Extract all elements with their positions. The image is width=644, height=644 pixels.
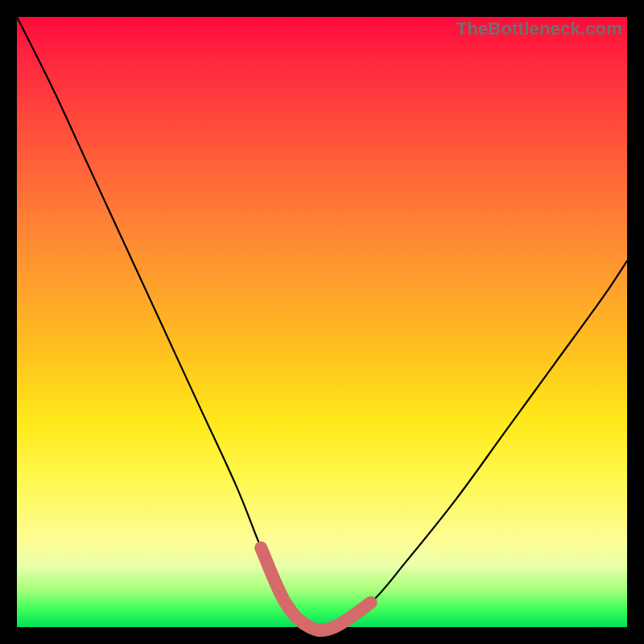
- chart-frame: TheBottleneck.com: [0, 0, 644, 644]
- bottleneck-curve: [17, 17, 627, 630]
- curve-layer: [17, 17, 627, 627]
- plot-area: TheBottleneck.com: [17, 17, 627, 627]
- highlight-band: [261, 547, 370, 630]
